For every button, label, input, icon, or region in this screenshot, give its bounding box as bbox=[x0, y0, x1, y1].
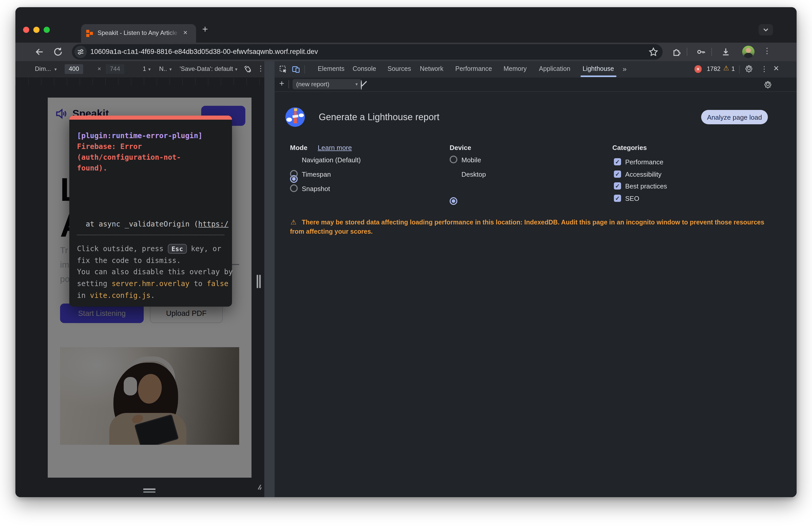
devtools-close-button[interactable]: × bbox=[773, 63, 779, 74]
code-token: false bbox=[207, 280, 228, 288]
minimize-window-button[interactable] bbox=[33, 27, 40, 33]
code-token: server.hmr.overlay bbox=[112, 280, 189, 288]
dimensions-select[interactable]: Dim... bbox=[35, 65, 51, 72]
browser-window: Speakit - Listen to Any Article × + 10 bbox=[15, 7, 797, 497]
browser-tab[interactable]: Speakit - Listen to Any Article × bbox=[81, 24, 196, 43]
new-tab-button[interactable]: + bbox=[202, 24, 208, 35]
mode-option-label[interactable]: Navigation (Default) bbox=[302, 156, 361, 164]
tab-application[interactable]: Application bbox=[539, 61, 570, 77]
stack-text: at async _validateOrigin ( bbox=[86, 220, 198, 228]
mode-option-label[interactable]: Snapshot bbox=[302, 185, 330, 192]
zoom-select[interactable]: 1 bbox=[143, 65, 146, 72]
device-width-handle[interactable] bbox=[257, 275, 261, 288]
tab-memory[interactable]: Memory bbox=[504, 61, 527, 77]
maximize-window-button[interactable] bbox=[44, 27, 50, 33]
console-error-badge[interactable]: × bbox=[694, 65, 702, 73]
dismiss-hint-line1: Click outside, press Esc key, or bbox=[77, 244, 221, 254]
category-checkbox-accessibility[interactable]: ✓ bbox=[614, 171, 621, 178]
report-select-value: (new report) bbox=[296, 81, 329, 88]
mode-option-label[interactable]: Timespan bbox=[302, 171, 331, 178]
downloads-button[interactable] bbox=[721, 47, 731, 57]
tab-bar-separator bbox=[304, 65, 305, 73]
plugin-label: [plugin:runtime-error-plugin] bbox=[77, 131, 202, 140]
tab-console[interactable]: Console bbox=[353, 61, 376, 77]
dismiss-hint-line2: fix the code to dismiss. bbox=[77, 256, 181, 264]
save-data-select[interactable]: 'Save-Data': default bbox=[180, 65, 233, 72]
devtools-menu-button[interactable]: ⋮ bbox=[761, 65, 768, 73]
error-x-icon: × bbox=[697, 66, 700, 72]
device-option-label[interactable]: Mobile bbox=[461, 156, 481, 164]
browser-menu-button[interactable]: ⋮ bbox=[763, 46, 771, 56]
back-button[interactable] bbox=[34, 47, 45, 57]
device-toolbar-menu-button[interactable]: ⋮ bbox=[257, 64, 264, 72]
category-checkbox-best-practices[interactable]: ✓ bbox=[614, 182, 621, 189]
report-select[interactable]: (new report) ▾ bbox=[293, 79, 361, 89]
mode-radio-timespan[interactable] bbox=[290, 170, 298, 178]
dimensions-multiply: × bbox=[98, 65, 101, 72]
device-radio-mobile[interactable] bbox=[450, 156, 457, 163]
device-height-handle[interactable] bbox=[143, 488, 156, 492]
lighthouse-toolbar: + (new report) ▾ bbox=[275, 77, 797, 92]
category-checkbox-seo[interactable]: ✓ bbox=[614, 195, 621, 202]
category-label[interactable]: Accessibility bbox=[625, 171, 662, 178]
inspect-icon bbox=[279, 65, 287, 73]
report-select-caret-icon: ▾ bbox=[356, 82, 358, 87]
dimensions-caret-icon: ▾ bbox=[54, 67, 57, 72]
category-label[interactable]: Performance bbox=[625, 158, 663, 166]
address-bar[interactable]: 10609a1a-c1a1-4f69-8816-e84db3d05d38-00-… bbox=[72, 44, 663, 60]
rotate-device-button[interactable] bbox=[243, 65, 252, 73]
throttling-select[interactable]: N.. bbox=[159, 65, 167, 72]
error-overlay-body: [plugin:runtime-error-plugin] Firebase: … bbox=[69, 120, 232, 306]
device-emulation-pane: Dim... ▾ 400 × 744 1 ▾ N.. ▾ 'Save-Data'… bbox=[15, 61, 264, 497]
star-icon bbox=[648, 47, 658, 57]
devtools-settings-button[interactable] bbox=[745, 64, 753, 72]
tab-sources[interactable]: Sources bbox=[388, 61, 411, 77]
profile-avatar[interactable] bbox=[742, 46, 755, 58]
warning-count[interactable]: 1 bbox=[731, 65, 735, 72]
device-width-input[interactable]: 400 bbox=[65, 64, 83, 74]
url-text[interactable]: 10609a1a-c1a1-4f69-8816-e84db3d05d38-00-… bbox=[90, 48, 318, 56]
analyze-page-load-button[interactable]: Analyze page load bbox=[701, 110, 768, 124]
stack-link[interactable]: https:/ bbox=[198, 220, 228, 228]
clear-reports-button[interactable] bbox=[361, 80, 362, 90]
storage-warning-icon: ⚠ bbox=[291, 218, 296, 226]
back-icon bbox=[34, 47, 45, 57]
key-icon bbox=[696, 47, 706, 57]
device-radio-desktop[interactable] bbox=[450, 197, 457, 205]
site-info-button[interactable] bbox=[74, 46, 87, 58]
tab-elements[interactable]: Elements bbox=[318, 61, 344, 77]
error-count[interactable]: 1782 bbox=[707, 65, 720, 72]
mode-radio-snapshot[interactable] bbox=[290, 184, 298, 192]
device-toolbar-toggle[interactable] bbox=[292, 65, 300, 73]
device-height-input[interactable]: 744 bbox=[106, 64, 124, 74]
reload-button[interactable] bbox=[53, 47, 63, 57]
tab-network[interactable]: Network bbox=[420, 61, 444, 77]
lighthouse-settings-button[interactable] bbox=[764, 80, 772, 88]
tab-lighthouse[interactable]: Lighthouse bbox=[583, 61, 614, 77]
more-tabs-button[interactable]: » bbox=[623, 61, 627, 77]
warning-triangle-icon: ⚠ bbox=[723, 64, 729, 72]
lighthouse-toolbar-separator bbox=[288, 80, 289, 88]
puzzle-icon bbox=[672, 47, 682, 57]
tab-performance[interactable]: Performance bbox=[455, 61, 492, 77]
password-manager-button[interactable] bbox=[696, 47, 706, 57]
resize-corner-handle[interactable] bbox=[253, 482, 262, 490]
tab-search-button[interactable] bbox=[759, 24, 773, 35]
device-option-label[interactable]: Desktop bbox=[461, 171, 486, 178]
emulated-page: Speakit L A Tr im po Start Listening Upl… bbox=[48, 98, 251, 478]
inspect-button[interactable] bbox=[279, 65, 287, 73]
error-overlay-top-bar bbox=[69, 116, 232, 120]
zoom-caret-icon: ▾ bbox=[148, 67, 151, 72]
category-label[interactable]: SEO bbox=[625, 195, 639, 202]
devtools-drag-divider[interactable] bbox=[264, 61, 275, 497]
new-report-button[interactable]: + bbox=[279, 78, 284, 89]
bookmark-button[interactable] bbox=[648, 47, 658, 57]
reload-icon bbox=[53, 47, 63, 57]
extensions-button[interactable] bbox=[672, 47, 682, 57]
mode-label: Mode bbox=[290, 144, 307, 152]
close-window-button[interactable] bbox=[23, 27, 29, 33]
category-checkbox-performance[interactable]: ✓ bbox=[614, 158, 621, 166]
tab-close-icon[interactable]: × bbox=[183, 28, 187, 37]
learn-more-link[interactable]: Learn more bbox=[318, 144, 352, 152]
category-label[interactable]: Best practices bbox=[625, 182, 667, 190]
